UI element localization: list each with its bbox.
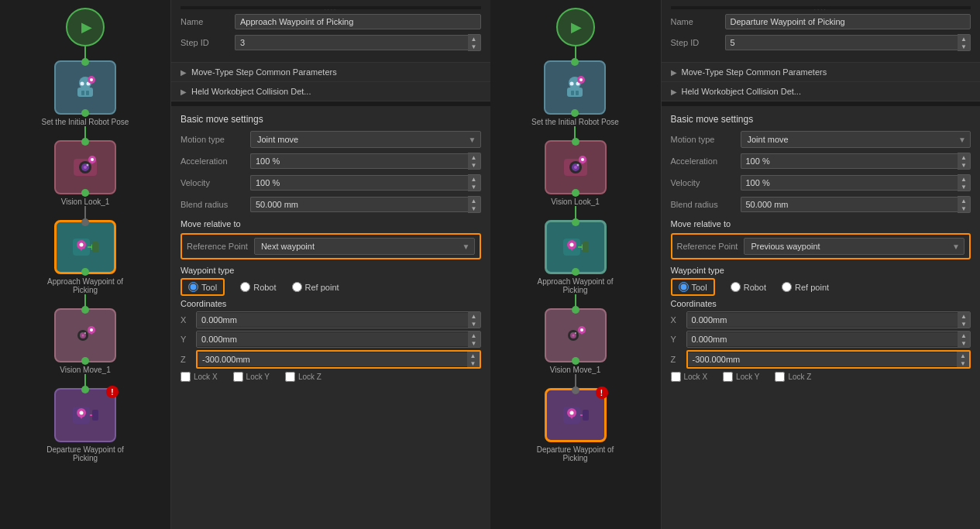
right-radio-tool[interactable]: Tool [671, 278, 715, 296]
left-lock-x[interactable]: Lock X [181, 372, 218, 382]
left-coord-y-down[interactable]: ▼ [468, 339, 480, 347]
right-lock-x-checkbox[interactable] [671, 372, 681, 382]
left-lock-z[interactable]: Lock Z [285, 372, 322, 382]
right-lock-x[interactable]: Lock X [671, 372, 708, 382]
left-stepid-input[interactable] [235, 35, 468, 50]
play-button-right[interactable] [556, 8, 595, 46]
right-accel-spinner[interactable]: ▲ ▼ [741, 153, 971, 170]
left-velocity-up[interactable]: ▲ [468, 175, 480, 183]
right-coord-x-down[interactable]: ▼ [958, 320, 970, 328]
vision-look-box-left[interactable] [54, 140, 116, 194]
left-move-type-header[interactable]: ▶ Move-Type Step Common Parameters [181, 67, 481, 77]
left-blend-input[interactable] [250, 197, 468, 212]
left-accel-spinner[interactable]: ▲ ▼ [250, 153, 481, 170]
right-move-type-section[interactable]: ▶ Move-Type Step Common Parameters [662, 63, 981, 82]
left-coord-z-up[interactable]: ▲ [467, 352, 480, 359]
right-name-input[interactable] [725, 14, 971, 29]
right-velocity-up[interactable]: ▲ [958, 175, 970, 183]
right-coord-z-down[interactable]: ▼ [957, 359, 969, 367]
right-lock-z[interactable]: Lock Z [775, 372, 811, 382]
left-stepid-spinner[interactable]: ▲ ▼ [235, 34, 481, 51]
right-move-type-header[interactable]: ▶ Move-Type Step Common Parameters [671, 67, 971, 77]
right-coord-y-input[interactable] [687, 332, 958, 346]
right-coord-x-input[interactable] [687, 313, 958, 327]
left-radio-ref-input[interactable] [292, 282, 302, 292]
left-lock-x-checkbox[interactable] [181, 372, 191, 382]
departure-box-left[interactable]: ! [54, 388, 116, 442]
right-held-section[interactable]: ▶ Held Workobject Collision Det... [662, 82, 981, 101]
right-lock-y[interactable]: Lock Y [723, 372, 759, 382]
right-velocity-spinner[interactable]: ▲ ▼ [741, 174, 971, 191]
left-velocity-input[interactable] [250, 175, 468, 191]
left-radio-ref[interactable]: Ref point [292, 278, 339, 296]
right-coord-y-down[interactable]: ▼ [958, 339, 970, 347]
left-lock-y-checkbox[interactable] [233, 372, 243, 382]
left-lock-z-checkbox[interactable] [285, 372, 295, 382]
robot-node-box-left[interactable] [54, 60, 116, 115]
right-stepid-spinner[interactable]: ▲ ▼ [725, 34, 971, 51]
left-coord-x-up[interactable]: ▲ [468, 312, 480, 320]
left-coord-z-down[interactable]: ▼ [467, 359, 480, 367]
right-radio-tool-input[interactable] [679, 282, 689, 292]
left-accel-up[interactable]: ▲ [468, 153, 480, 161]
departure-box-right[interactable]: ! [545, 388, 607, 442]
left-radio-tool-input[interactable] [188, 282, 198, 292]
right-stepid-up[interactable]: ▲ [958, 35, 970, 43]
left-accel-input[interactable] [250, 153, 468, 169]
left-coord-y-input[interactable] [197, 332, 468, 346]
right-blend-down[interactable]: ▼ [958, 204, 970, 212]
right-radio-ref-input[interactable] [782, 282, 792, 292]
right-held-header[interactable]: ▶ Held Workobject Collision Det... [671, 87, 971, 96]
left-held-header[interactable]: ▶ Held Workobject Collision Det... [181, 87, 481, 96]
left-name-input[interactable] [235, 14, 481, 29]
left-blend-up[interactable]: ▲ [468, 197, 480, 204]
left-accel-down[interactable]: ▼ [468, 161, 480, 169]
right-coord-z-input[interactable] [688, 352, 958, 366]
left-radio-tool[interactable]: Tool [181, 278, 225, 296]
robot-node-box-right[interactable] [544, 60, 606, 115]
vision-look-box-right[interactable] [545, 140, 607, 194]
left-held-section[interactable]: ▶ Held Workobject Collision Det... [171, 82, 490, 101]
right-blend-input[interactable] [741, 197, 958, 212]
approach-box-right[interactable] [545, 220, 607, 274]
play-button-left[interactable] [66, 8, 105, 46]
right-coord-x-up[interactable]: ▲ [958, 312, 970, 320]
left-coord-y-up[interactable]: ▲ [468, 331, 480, 339]
right-accel-input[interactable] [741, 153, 958, 169]
right-radio-ref[interactable]: Ref point [782, 278, 829, 296]
left-stepid-down[interactable]: ▼ [468, 43, 480, 50]
right-lock-y-checkbox[interactable] [723, 372, 733, 382]
vision-move-box-right[interactable] [545, 308, 607, 362]
left-move-type-section[interactable]: ▶ Move-Type Step Common Parameters [171, 63, 490, 82]
right-blend-spinner[interactable]: ▲ ▼ [741, 196, 971, 213]
left-blend-down[interactable]: ▼ [468, 204, 480, 212]
right-accel-down[interactable]: ▼ [958, 161, 970, 169]
left-velocity-spinner[interactable]: ▲ ▼ [250, 174, 481, 191]
right-stepid-down[interactable]: ▼ [958, 43, 970, 50]
right-lock-z-checkbox[interactable] [775, 372, 785, 382]
right-blend-up[interactable]: ▲ [958, 197, 970, 204]
vision-move-box-left[interactable] [54, 308, 116, 362]
right-velocity-input[interactable] [741, 175, 958, 191]
left-coord-x-down[interactable]: ▼ [468, 320, 480, 328]
left-motion-select[interactable]: Joint move Linear move [250, 131, 481, 148]
right-coord-z-up[interactable]: ▲ [957, 352, 969, 359]
left-stepid-up[interactable]: ▲ [468, 35, 480, 43]
right-coord-y-up[interactable]: ▲ [958, 331, 970, 339]
left-radio-robot[interactable]: Robot [240, 278, 276, 296]
left-velocity-down[interactable]: ▼ [468, 183, 480, 191]
left-reference-select[interactable]: Next waypoint Previous waypoint [254, 238, 475, 255]
left-blend-spinner[interactable]: ▲ ▼ [250, 196, 481, 213]
right-accel-up[interactable]: ▲ [958, 153, 970, 161]
left-radio-robot-input[interactable] [240, 282, 250, 292]
left-lock-y[interactable]: Lock Y [233, 372, 270, 382]
right-velocity-down[interactable]: ▼ [958, 183, 970, 191]
right-motion-select[interactable]: Joint move Linear move [741, 131, 971, 148]
right-stepid-input[interactable] [725, 35, 958, 50]
right-reference-select[interactable]: Next waypoint Previous waypoint [744, 238, 965, 255]
left-coord-x-input[interactable] [197, 313, 468, 327]
left-coord-z-input[interactable] [198, 352, 467, 366]
right-radio-robot[interactable]: Robot [731, 278, 766, 296]
right-radio-robot-input[interactable] [731, 282, 741, 292]
approach-box-left[interactable] [54, 220, 116, 274]
